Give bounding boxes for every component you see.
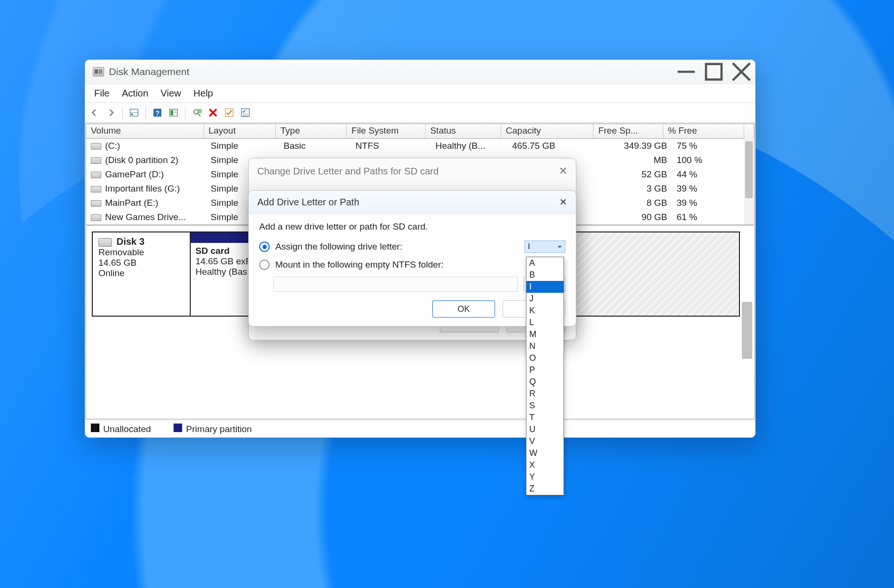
letter-option[interactable]: X	[526, 459, 564, 471]
titlebar[interactable]: Disk Management	[85, 60, 755, 84]
radio-mount-folder[interactable]	[259, 260, 270, 270]
drive-letter-dropdown[interactable]: ABIJKLMNOPQRSTUVWXYZ	[526, 257, 564, 495]
col-file-system[interactable]: File System	[347, 124, 426, 138]
svg-line-14	[198, 114, 201, 116]
toolbar: ?	[85, 103, 755, 123]
volume-icon	[91, 200, 101, 207]
check-icon[interactable]	[222, 105, 237, 120]
label-mount-folder: Mount in the following empty NTFS folder…	[275, 260, 444, 270]
col-free-space[interactable]: Free Sp...	[593, 124, 663, 138]
dialog2-message: Add a new drive letter or path for SD ca…	[259, 222, 565, 232]
col-status[interactable]: Status	[426, 124, 501, 138]
radio-assign-letter[interactable]	[259, 241, 270, 252]
letter-option[interactable]: Y	[526, 471, 564, 483]
volume-icon	[91, 214, 101, 221]
letter-option[interactable]: P	[526, 364, 564, 376]
label-assign-letter: Assign the following drive letter:	[275, 241, 402, 252]
svg-rect-15	[198, 110, 201, 113]
letter-option[interactable]: L	[526, 317, 564, 328]
col-capacity[interactable]: Capacity	[501, 124, 594, 138]
volume-icon	[91, 186, 101, 193]
svg-point-13	[194, 110, 198, 114]
app-icon	[93, 67, 104, 77]
letter-option[interactable]: Z	[526, 483, 564, 495]
volume-icon	[91, 143, 101, 150]
find-icon[interactable]	[189, 105, 204, 120]
dialog2-ok-button[interactable]: OK	[432, 300, 495, 318]
menu-action[interactable]: Action	[116, 86, 155, 101]
letter-option[interactable]: I	[526, 281, 564, 293]
letter-option[interactable]: T	[526, 412, 564, 424]
dialog1-title: Change Drive Letter and Paths for SD car…	[257, 166, 438, 177]
letter-option[interactable]: W	[526, 447, 564, 459]
svg-rect-19	[242, 109, 250, 117]
letter-option[interactable]: U	[526, 424, 564, 435]
graph-scrollbar[interactable]	[742, 302, 752, 359]
disk-icon	[98, 238, 112, 247]
volume-row[interactable]: (C:)SimpleBasicNTFSHealthy (B...465.75 G…	[86, 139, 754, 153]
dialog2-close-icon[interactable]: ✕	[559, 196, 567, 208]
back-icon[interactable]	[87, 105, 102, 120]
col-layout[interactable]: Layout	[204, 124, 276, 138]
drive-letter-combo[interactable]: I	[525, 241, 565, 253]
minimize-button[interactable]	[672, 60, 700, 84]
letter-option[interactable]: R	[526, 388, 564, 400]
letter-option[interactable]: J	[526, 293, 564, 305]
col-volume[interactable]: Volume	[86, 124, 204, 138]
legend: Unallocated Primary partition	[85, 420, 755, 437]
menu-view[interactable]: View	[155, 86, 187, 101]
menubar: File Action View Help	[85, 84, 755, 103]
disk-header: Disk 3 Removable 14.65 GB Online	[93, 232, 191, 316]
forward-icon[interactable]	[103, 105, 118, 120]
letter-option[interactable]: S	[526, 400, 564, 412]
letter-option[interactable]: Q	[526, 376, 564, 388]
window-title: Disk Management	[109, 66, 189, 77]
mount-path-input[interactable]	[273, 277, 518, 292]
menu-file[interactable]: File	[88, 86, 116, 101]
swatch-unallocated	[91, 424, 99, 432]
menu-help[interactable]: Help	[187, 86, 219, 101]
letter-option[interactable]: V	[526, 435, 564, 447]
svg-rect-6	[131, 114, 133, 116]
letter-option[interactable]: B	[526, 269, 564, 281]
panels2-icon[interactable]	[166, 105, 181, 120]
col-type[interactable]: Type	[276, 124, 347, 138]
dialog1-close-icon[interactable]: ✕	[559, 165, 567, 177]
list-scrollbar[interactable]	[744, 138, 754, 224]
svg-rect-1	[706, 64, 722, 80]
letter-option[interactable]: A	[526, 257, 564, 269]
help-icon[interactable]: ?	[150, 105, 165, 120]
column-headers: Volume Layout Type File System Status Ca…	[86, 124, 754, 139]
volume-icon	[91, 172, 101, 178]
volume-icon	[91, 157, 101, 164]
delete-icon[interactable]	[205, 105, 221, 120]
list-check-icon[interactable]	[238, 105, 253, 120]
dialog2-title: Add Drive Letter or Path	[257, 197, 360, 208]
svg-rect-10	[171, 110, 174, 116]
svg-text:?: ?	[155, 109, 160, 117]
letter-option[interactable]: M	[526, 328, 564, 340]
col-pct-free[interactable]: % Free	[663, 124, 744, 138]
letter-option[interactable]: K	[526, 305, 564, 317]
maximize-button[interactable]	[700, 60, 728, 84]
close-button[interactable]	[728, 60, 755, 84]
swatch-primary	[174, 424, 182, 432]
panels-icon[interactable]	[126, 105, 142, 120]
letter-option[interactable]: N	[526, 340, 564, 352]
letter-option[interactable]: O	[526, 352, 564, 364]
